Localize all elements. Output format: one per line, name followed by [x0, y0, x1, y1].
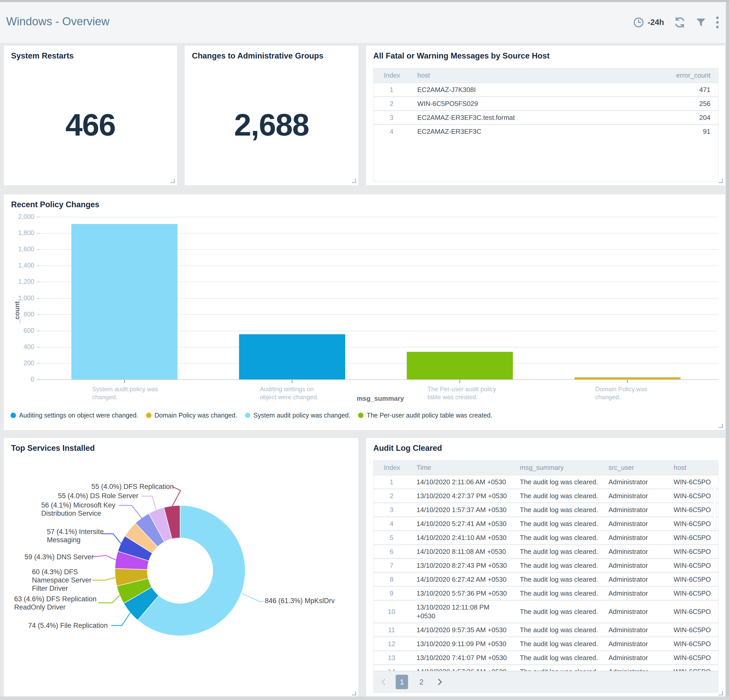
y-tick-label: 400 [6, 343, 34, 351]
table-row: 1213/10/2020 9:11:09 PM +0530The audit l… [373, 636, 718, 650]
table-row: 414/10/2020 5:27:41 AM +0530The audit lo… [373, 516, 718, 530]
donut-slice-label: 63 (4.6%) DFS Replication ReadOnly Drive… [14, 595, 97, 611]
y-tick [37, 282, 41, 282]
bar-3[interactable] [407, 352, 513, 379]
pagination: 12 [373, 671, 719, 693]
table-header-row: Index host error_count [373, 68, 718, 82]
cell-msg-summary: The audit log was cleared. [513, 562, 601, 570]
panel-top-services-installed: Top Services Installed 846 (61.3%) MpKsl… [4, 438, 359, 698]
y-tick [37, 217, 41, 217]
bar-4[interactable] [574, 377, 681, 379]
cell-index: 2 [373, 100, 410, 108]
cell-index: 3 [373, 114, 410, 122]
cell-index: 7 [373, 562, 410, 570]
cell-host: EC2AMAZ-ER3EF3C [410, 128, 651, 135]
cell-msg-summary: The audit log was cleared. [513, 506, 601, 514]
legend-dot-icon [245, 413, 250, 418]
bar-2[interactable] [239, 334, 345, 379]
cell-error-count: 204 [651, 114, 718, 122]
cell-host: WIN-6C5PO [667, 520, 718, 528]
y-tick [37, 331, 41, 331]
column-header-src-user[interactable]: src_user [601, 464, 667, 472]
x-tick-label: Auditing settings on object were changed… [260, 385, 319, 401]
filter-icon[interactable] [696, 17, 706, 28]
cell-host: WIN-6C5PO [667, 640, 718, 648]
cell-host: WIN-6C5PO [667, 589, 718, 597]
cell-msg-summary: The audit log was cleared. [513, 608, 601, 616]
pagination-page-2[interactable]: 2 [415, 675, 428, 689]
donut-slice-label: 60 (4.3%) DFS Namespace Server Filter Dr… [32, 568, 91, 592]
table-scrollbar-thumb[interactable] [713, 486, 717, 529]
refresh-icon[interactable] [674, 16, 686, 28]
column-header-error-count[interactable]: error_count [651, 71, 718, 79]
cell-time: 14/10/2020 1:57:37 AM +0530 [410, 504, 513, 516]
cell-index: 3 [373, 506, 410, 514]
y-tick [37, 314, 41, 315]
donut-slice-label: 55 (4.0%) DFS Replication [91, 482, 174, 491]
y-axis-title: _count [13, 301, 21, 323]
cell-time: 13/10/2020 9:11:09 PM +0530 [410, 637, 513, 650]
column-header-msg-summary[interactable]: msg_summary [513, 464, 601, 472]
pagination-prev-icon[interactable] [381, 679, 388, 685]
column-header-index[interactable]: Index [373, 71, 410, 79]
donut-leader-line [92, 578, 115, 580]
admin-group-changes-value: 2,688 [185, 107, 358, 143]
cell-host: EC2AMAZ-J7K308I [410, 86, 651, 94]
cell-host: WIN-6C5PO [667, 562, 718, 570]
panel-title: All Fatal or Warning Messages by Source … [373, 51, 549, 61]
x-tick [124, 380, 125, 383]
cell-src-user: Administrator [601, 640, 667, 648]
window-scrollbar-track[interactable] [726, 2, 729, 700]
cell-msg-summary: The audit log was cleared. [513, 575, 601, 584]
cell-time: 13/10/2020 7:41:07 PM +0530 [410, 651, 513, 664]
pagination-page-1[interactable]: 1 [396, 675, 408, 689]
system-restarts-value: 466 [4, 107, 177, 143]
y-tick [37, 298, 41, 299]
donut-slice-label: 59 (4.3%) DNS Server [25, 553, 94, 561]
cell-host: WIN-6C5PO [667, 575, 718, 584]
table-row: 114/10/2020 2:11:06 AM +0530The audit lo… [373, 474, 718, 488]
pagination-next-icon[interactable] [435, 679, 442, 685]
legend-dot-icon [358, 413, 363, 418]
table-row: 814/10/2020 6:27:42 AM +0530The audit lo… [373, 572, 718, 586]
column-header-host[interactable]: host [410, 71, 651, 79]
donut-slice-label: 55 (4.0%) DS Role Server [58, 492, 138, 500]
donut-slice-label: 846 (61.3%) MpKslDrv [265, 597, 335, 605]
legend-item: Domain Policy was changed. [146, 412, 237, 419]
y-tick [37, 249, 41, 250]
cell-src-user: Administrator [601, 548, 667, 556]
cell-msg-summary: The audit log was cleared. [513, 654, 601, 662]
cell-src-user: Administrator [601, 534, 667, 542]
column-header-host[interactable]: host [667, 464, 718, 472]
time-range-value: -24h [648, 18, 664, 27]
table-row: 514/10/2020 2:41:10 AM +0530The audit lo… [373, 530, 718, 544]
bar-1[interactable] [71, 224, 177, 379]
cell-host: WIN-6C5PO [667, 506, 718, 514]
cell-host: WIN-6C5PO [667, 478, 718, 486]
cell-index: 11 [373, 626, 410, 634]
donut-leader-line [102, 534, 121, 544]
kebab-menu-icon[interactable] [716, 16, 719, 28]
cell-host: WIN-6C5PO [667, 626, 718, 634]
cell-src-user: Administrator [601, 520, 667, 528]
cell-host: WIN-6C5PO [667, 492, 718, 500]
cell-src-user: Administrator [601, 626, 667, 634]
column-header-index[interactable]: Index [373, 464, 410, 472]
column-header-time[interactable]: Time [410, 461, 513, 474]
cell-index: 14 [373, 668, 410, 671]
cell-src-user: Administrator [601, 589, 667, 597]
donut-leader-line [119, 505, 142, 518]
legend-item: System audit policy was changed. [245, 412, 351, 419]
donut-leader-line [141, 496, 156, 511]
cell-host: WIN-6C5PO5FS029 [410, 100, 651, 108]
legend-dot-icon [146, 413, 151, 418]
table-row: 1EC2AMAZ-J7K308I471 [373, 82, 718, 96]
chart-legend: Auditing settings on object were changed… [10, 412, 492, 419]
table-row: 713/10/2020 8:27:43 PM +0530The audit lo… [373, 558, 718, 572]
legend-label: Auditing settings on object were changed… [19, 412, 138, 419]
time-range-control[interactable]: -24h [633, 17, 664, 28]
cell-time: 14/10/2020 8:11:08 AM +0530 [410, 545, 513, 558]
cell-time: 13/10/2020 8:27:43 PM +0530 [410, 559, 513, 572]
cell-msg-summary: The audit log was cleared. [513, 668, 601, 671]
clock-icon [633, 17, 644, 28]
